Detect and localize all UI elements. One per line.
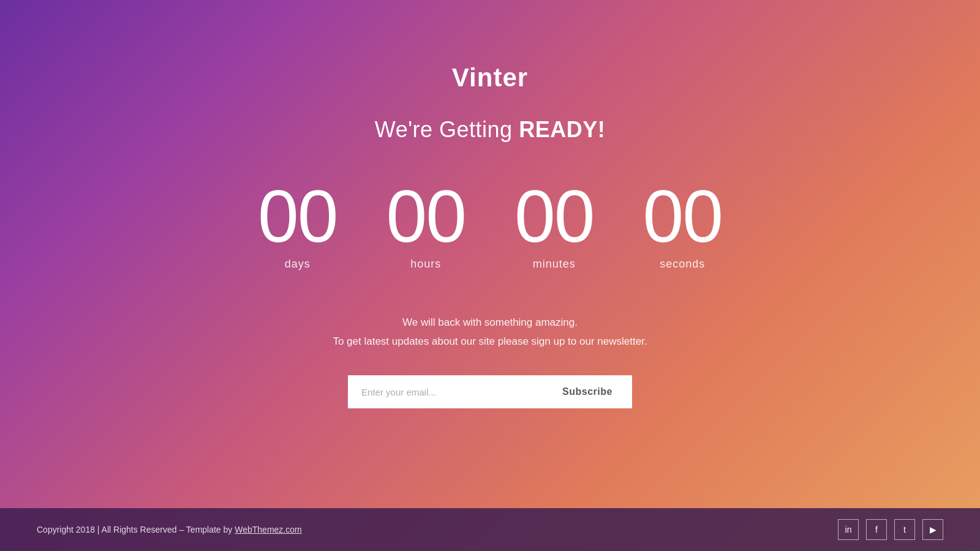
hours-label: hours — [410, 258, 441, 271]
seconds-value: 00 — [643, 179, 722, 253]
hours-value: 00 — [386, 179, 466, 253]
social-icons-container: in f t ▶ — [838, 519, 943, 540]
footer-link[interactable]: WebThemez.com — [235, 525, 301, 534]
tagline-bold: READY! — [519, 117, 605, 142]
minutes-unit: 00 minutes — [514, 179, 594, 271]
site-logo: Vinter — [452, 63, 528, 92]
days-unit: 00 days — [258, 179, 337, 271]
subscribe-button[interactable]: Subscribe — [544, 375, 632, 408]
main-content: Vinter We're Getting READY! 00 days 00 h… — [0, 0, 980, 508]
countdown-timer: 00 days 00 hours 00 minutes 00 seconds — [258, 179, 722, 271]
copyright-text: Copyright 2018 | All Rights Reserved – T… — [37, 525, 235, 534]
description-line1: We will back with something amazing. — [333, 313, 647, 332]
minutes-value: 00 — [514, 179, 594, 253]
subscribe-form: Subscribe — [348, 375, 632, 408]
footer-copyright: Copyright 2018 | All Rights Reserved – T… — [37, 525, 302, 534]
linkedin-icon[interactable]: in — [838, 519, 859, 540]
hero-tagline: We're Getting READY! — [375, 117, 605, 143]
tagline-regular: We're Getting — [375, 117, 519, 142]
seconds-unit: 00 seconds — [643, 179, 722, 271]
description-line2: To get latest updates about our site ple… — [333, 332, 647, 351]
days-value: 00 — [258, 179, 337, 253]
description-block: We will back with something amazing. To … — [333, 313, 647, 351]
facebook-icon[interactable]: f — [866, 519, 887, 540]
footer: Copyright 2018 | All Rights Reserved – T… — [0, 508, 980, 551]
minutes-label: minutes — [533, 258, 576, 271]
days-label: days — [285, 258, 311, 271]
seconds-label: seconds — [660, 258, 705, 271]
hours-unit: 00 hours — [386, 179, 466, 271]
email-input[interactable] — [348, 375, 544, 408]
youtube-icon[interactable]: ▶ — [922, 519, 943, 540]
twitter-icon[interactable]: t — [894, 519, 915, 540]
